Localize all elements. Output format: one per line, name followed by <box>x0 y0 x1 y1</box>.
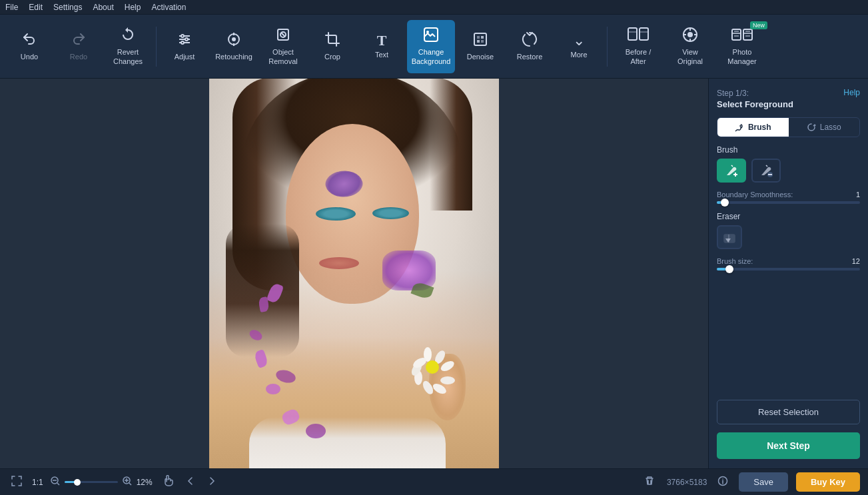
boundary-smoothness-row: Boundary Smoothness: 1 <box>717 191 860 199</box>
zoom-slider-thumb[interactable] <box>74 479 81 486</box>
delete-button[interactable] <box>640 473 659 492</box>
save-button[interactable]: Save <box>739 472 788 492</box>
object-removal-label: ObjectRemoval <box>268 48 297 65</box>
svg-line-37 <box>129 483 131 485</box>
white-flower <box>409 344 456 390</box>
photo-manager-icon <box>731 27 753 45</box>
brush-size-slider[interactable] <box>717 268 860 270</box>
bottom-right: 3766×5183 Save Buy Key <box>640 472 860 492</box>
boundary-smoothness-slider[interactable] <box>717 201 860 204</box>
svg-line-12 <box>281 33 285 37</box>
retouching-icon <box>226 31 242 50</box>
retouching-button[interactable]: Retouching <box>210 20 258 73</box>
menu-about[interactable]: About <box>93 3 113 12</box>
zoom-out-button[interactable] <box>50 476 61 488</box>
toolbar-divider-2 <box>607 27 608 67</box>
zoom-slider[interactable] <box>65 481 118 483</box>
brush-size-label: Brush size: <box>717 257 843 265</box>
main-area: Step 1/3: Select Foreground Help Brush L… <box>0 79 868 468</box>
svg-rect-21 <box>640 28 648 40</box>
step-header: Step 1/3: Select Foreground Help <box>717 88 860 109</box>
adjust-button[interactable]: Adjust <box>161 20 209 73</box>
restore-label: Restore <box>517 53 543 61</box>
boundary-smoothness-section: Boundary Smoothness: 1 <box>717 191 860 204</box>
help-link[interactable]: Help <box>843 88 860 97</box>
menu-activation[interactable]: Activation <box>151 3 186 12</box>
photo-container <box>209 79 499 468</box>
toolbar-divider-1 <box>156 27 157 67</box>
hand-tool-button[interactable] <box>159 472 177 492</box>
petal-6 <box>266 384 280 394</box>
brush-add-button[interactable] <box>717 159 746 183</box>
menu-bar: File Edit Settings About Help Activation <box>0 0 868 15</box>
brush-size-thumb[interactable] <box>725 265 733 273</box>
fit-screen-button[interactable] <box>8 472 25 492</box>
zoom-controls: 12% <box>50 476 153 488</box>
boundary-smoothness-thumb[interactable] <box>721 199 729 207</box>
photo-scene <box>209 79 499 468</box>
brush-subtract-button[interactable] <box>751 159 781 183</box>
object-removal-icon <box>275 27 291 45</box>
menu-help[interactable]: Help <box>125 3 141 12</box>
svg-rect-15 <box>474 33 486 45</box>
before-after-button[interactable]: Before /After <box>612 20 665 73</box>
svg-rect-17 <box>481 36 484 39</box>
eraser-label: Eraser <box>717 212 860 221</box>
denoise-button[interactable]: Denoise <box>456 20 504 73</box>
menu-edit[interactable]: Edit <box>29 3 43 12</box>
tab-lasso[interactable]: Lasso <box>789 118 860 137</box>
tab-brush[interactable]: Brush <box>717 118 789 137</box>
left-eye <box>316 207 356 221</box>
photo-manager-wrap: PhotoManager New <box>715 20 769 73</box>
svg-rect-16 <box>477 36 480 39</box>
boundary-smoothness-value: 1 <box>848 191 860 199</box>
svg-point-5 <box>181 41 184 44</box>
zoom-ratio: 1:1 <box>32 478 43 487</box>
brush-size-row: Brush size: 12 <box>717 257 860 265</box>
view-original-button[interactable]: ViewOriginal <box>666 20 714 73</box>
garment <box>249 417 446 469</box>
revert-changes-button[interactable]: RevertChanges <box>104 20 152 73</box>
svg-point-3 <box>181 35 184 37</box>
crop-button[interactable]: Crop <box>308 20 356 73</box>
redo-icon <box>71 31 87 50</box>
brush-tools <box>717 159 860 183</box>
tab-brush-label: Brush <box>748 123 771 132</box>
buy-key-button[interactable]: Buy Key <box>796 472 860 492</box>
text-button[interactable]: T Text <box>358 20 406 73</box>
step-title: Select Foreground <box>717 99 793 109</box>
zoom-percent: 12% <box>137 478 153 487</box>
text-label: Text <box>375 51 388 59</box>
svg-point-7 <box>232 37 236 41</box>
reset-selection-button[interactable]: Reset Selection <box>717 400 860 424</box>
undo-icon <box>21 31 37 50</box>
eraser-button[interactable] <box>717 225 742 249</box>
denoise-label: Denoise <box>467 53 494 61</box>
undo-button[interactable]: Undo <box>5 20 53 73</box>
next-step-button[interactable]: Next Step <box>717 432 860 459</box>
boundary-smoothness-label: Boundary Smoothness: <box>717 191 843 199</box>
svg-rect-19 <box>481 40 484 43</box>
menu-file[interactable]: File <box>5 3 18 12</box>
hair-curl-left <box>226 224 299 357</box>
new-badge: New <box>750 21 767 29</box>
svg-rect-32 <box>728 235 729 243</box>
zoom-in-button[interactable] <box>122 476 133 488</box>
brush-size-section: Brush size: 12 <box>717 257 860 270</box>
svg-point-41 <box>723 478 724 480</box>
restore-button[interactable]: Restore <box>506 20 554 73</box>
menu-settings[interactable]: Settings <box>53 3 82 12</box>
petal-8 <box>306 424 326 438</box>
canvas-area[interactable] <box>0 79 708 468</box>
revert-icon <box>120 27 136 45</box>
object-removal-button[interactable]: ObjectRemoval <box>259 20 307 73</box>
change-background-button[interactable]: ChangeBackground <box>407 20 455 73</box>
adjust-icon <box>177 31 193 50</box>
more-label: More <box>570 51 587 59</box>
prev-image-button[interactable] <box>183 474 198 491</box>
info-button[interactable] <box>715 473 731 492</box>
retouching-label: Retouching <box>215 53 252 61</box>
next-image-button[interactable] <box>205 474 219 491</box>
redo-button[interactable]: Redo <box>55 20 103 73</box>
more-button[interactable]: ⌄ More <box>555 20 603 73</box>
